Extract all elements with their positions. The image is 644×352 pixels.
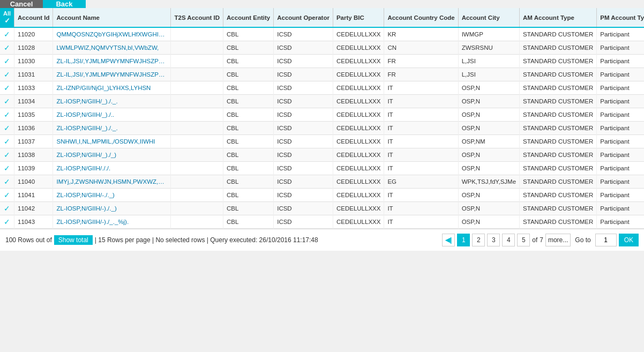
city-cell: OSP,N [458,202,519,215]
show-total-button[interactable]: Show total [54,235,93,245]
row-checkbox[interactable]: ✓ [0,27,14,41]
t2s-id-cell [171,122,223,135]
check-icon: ✓ [4,97,10,106]
page-1-button[interactable]: 1 [457,234,470,246]
pm-type-cell: Participant [597,135,644,148]
back-button[interactable]: Back [43,0,86,8]
country-code-cell: KR [384,27,458,41]
cancel-button[interactable]: Cancel [0,0,43,8]
check-icon: ✓ [4,218,10,226]
account-name-cell: ZL-IOSP,N/GIIH/_)./._. [53,122,171,135]
row-checkbox[interactable]: ✓ [0,122,14,135]
entity-cell: CBL [223,175,274,189]
am-type-cell: STANDARD CUSTOMER [520,95,597,108]
country-code-cell: IT [384,95,458,108]
account-id-cell: 11040 [14,175,53,189]
col-account-name: Account Name [53,8,171,27]
check-icon: ✓ [4,30,10,39]
entity-cell: CBL [223,189,274,202]
t2s-id-cell [171,41,223,55]
pm-type-cell: Participant [597,27,644,41]
check-icon: ✓ [4,191,10,199]
entity-cell: CBL [223,122,274,135]
row-checkbox[interactable]: ✓ [0,135,14,148]
operator-cell: ICSD [274,122,333,135]
col-city: Account City [458,8,519,27]
check-icon: ✓ [4,204,10,213]
account-id-cell: 11038 [14,148,53,162]
table-row: ✓11039ZL-IOSP,N/GIIH/././.CBLICSDCEDELUL… [0,162,644,175]
row-checkbox[interactable]: ✓ [0,108,14,122]
all-label: All [3,10,11,17]
row-checkbox[interactable]: ✓ [0,68,14,81]
operator-cell: ICSD [274,55,333,68]
table-row: ✓11020QMMQOSNZQbYGIHjXWLHfXWGHIYTW_-eCBL… [0,27,644,41]
check-icon: ✓ [4,110,10,119]
check-icon: ✓ [4,124,10,132]
more-pages-button[interactable]: more... [545,234,571,246]
account-name-cell: ZL-IOSP,N/GIIH/_)./.. [53,108,171,122]
pm-type-cell: Participant [597,122,644,135]
account-id-cell: 11031 [14,68,53,81]
goto-ok-button[interactable]: OK [619,234,639,246]
operator-cell: ICSD [274,215,333,229]
party-bic-cell: CEDELULLXXX [333,122,384,135]
col-entity: Account Entity [223,8,274,27]
entity-cell: CBL [223,95,274,108]
city-cell: L,JSI [458,55,519,68]
goto-input[interactable] [595,234,617,246]
country-code-cell: IT [384,108,458,122]
pm-type-cell: Participant [597,55,644,68]
country-code-cell: IT [384,122,458,135]
total-pages: 7 [540,236,543,244]
account-id-cell: 11020 [14,27,53,41]
am-type-cell: STANDARD CUSTOMER [520,189,597,202]
party-bic-cell: CEDELULLXXX [333,162,384,175]
row-checkbox[interactable]: ✓ [0,215,14,229]
party-bic-cell: CEDELULLXXX [333,68,384,81]
am-type-cell: STANDARD CUSTOMER [520,108,597,122]
account-id-cell: 11035 [14,108,53,122]
rows-out-of: 100 Rows out of [5,236,52,244]
row-checkbox[interactable]: ✓ [0,41,14,55]
page-3-button[interactable]: 3 [487,234,500,246]
city-cell: L,JSI [458,68,519,81]
first-page-button[interactable]: ◀| [442,234,455,246]
row-checkbox[interactable]: ✓ [0,55,14,68]
country-code-cell: IT [384,189,458,202]
am-type-cell: STANDARD CUSTOMER [520,122,597,135]
table-row: ✓11036ZL-IOSP,N/GIIH/_)./._.CBLICSDCEDEL… [0,122,644,135]
toolbar: Cancel Back [0,0,644,8]
select-all-header[interactable]: All ✓ [0,8,14,27]
row-checkbox[interactable]: ✓ [0,189,14,202]
country-code-cell: IT [384,135,458,148]
row-checkbox[interactable]: ✓ [0,162,14,175]
city-cell: OSP,N [458,162,519,175]
entity-cell: CBL [223,27,274,41]
row-checkbox[interactable]: ✓ [0,175,14,189]
city-cell: IWMGP [458,27,519,41]
row-checkbox[interactable]: ✓ [0,202,14,215]
check-icon: ✓ [4,84,10,92]
row-checkbox[interactable]: ✓ [0,95,14,108]
am-type-cell: STANDARD CUSTOMER [520,175,597,189]
page-2-button[interactable]: 2 [472,234,485,246]
city-cell: OSP,N [458,215,519,229]
row-checkbox[interactable]: ✓ [0,81,14,95]
entity-cell: CBL [223,81,274,95]
account-name-cell: ZL-IZNP/GII/NjGI_)LYHXS,LYHSN [53,81,171,95]
country-code-cell: IT [384,81,458,95]
rows-per-page-info: | 15 Rows per page | No selected rows | … [95,236,318,244]
party-bic-cell: CEDELULLXXX [333,55,384,68]
table-row: ✓11035ZL-IOSP,N/GIIH/_)./..CBLICSDCEDELU… [0,108,644,122]
col-am-type: AM Account Type [520,8,597,27]
row-checkbox[interactable]: ✓ [0,148,14,162]
page-4-button[interactable]: 4 [502,234,515,246]
am-type-cell: STANDARD CUSTOMER [520,27,597,41]
accounts-table: All ✓ Account Id Account Name T2S Accoun… [0,8,644,229]
pm-type-cell: Participant [597,175,644,189]
am-type-cell: STANDARD CUSTOMER [520,202,597,215]
page-5-button[interactable]: 5 [517,234,530,246]
account-id-cell: 11033 [14,81,53,95]
table-row: ✓11041ZL-IOSP,N/GIIH/-./._)CBLICSDCEDELU… [0,189,644,202]
